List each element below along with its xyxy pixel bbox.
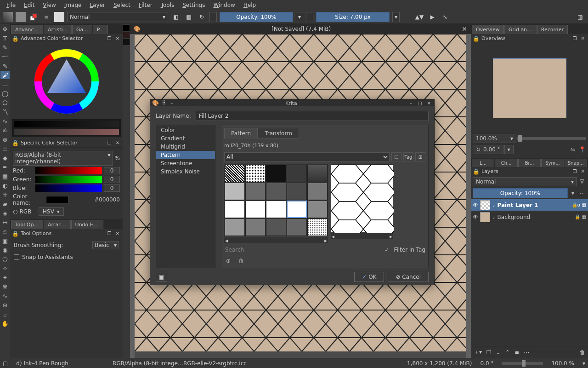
- layer-name[interactable]: Background: [498, 214, 573, 220]
- close-icon[interactable]: ✕: [114, 230, 121, 237]
- rot-reset-icon[interactable]: ▾: [504, 145, 514, 154]
- snap-checkbox[interactable]: [14, 254, 19, 260]
- import-icon[interactable]: ⊕: [224, 257, 232, 265]
- menu-view[interactable]: View: [39, 1, 59, 9]
- brush-tool-icon[interactable]: 🖌: [0, 71, 10, 79]
- mirror-v-icon[interactable]: ▶: [427, 12, 437, 22]
- pattern-thumb[interactable]: [307, 165, 328, 182]
- ref-tool-icon[interactable]: ⎌: [0, 227, 10, 236]
- layer-name-input[interactable]: [196, 111, 429, 121]
- layer-row[interactable]: 👁 ⌄ Background 🔒 ▦: [471, 211, 588, 223]
- color-profile-select[interactable]: RGB/Alpha (8-bit integer/channel)▾: [13, 151, 113, 166]
- rgb-radio[interactable]: RGB: [19, 208, 31, 215]
- max-icon[interactable]: □: [417, 101, 423, 106]
- type-gradient[interactable]: Gradient: [156, 134, 215, 143]
- wrap-icon[interactable]: ⤡: [440, 12, 450, 22]
- size-dropdown-icon[interactable]: [306, 12, 313, 22]
- menu-icon[interactable]: ⋯: [524, 349, 529, 356]
- close-icon[interactable]: ✕: [114, 140, 121, 146]
- menu-image[interactable]: Image: [61, 1, 85, 9]
- rect-select-icon[interactable]: ▣: [0, 236, 10, 245]
- rect-tool-icon[interactable]: ▭: [0, 80, 10, 88]
- filter-check[interactable]: ✓: [384, 247, 389, 253]
- grid-scrollbar[interactable]: ◂▸: [224, 237, 328, 243]
- layer-blend-select[interactable]: Normal▾: [473, 177, 577, 186]
- swatch-2[interactable]: [123, 39, 130, 45]
- multi-tool-icon[interactable]: ≡: [0, 144, 10, 153]
- filter-icon[interactable]: ∇: [578, 178, 586, 186]
- float-icon[interactable]: ❐: [106, 140, 113, 146]
- lock-icon[interactable]: 🔒: [12, 35, 19, 42]
- size-slider[interactable]: Size: 7.00 px: [316, 12, 390, 22]
- layer-opacity-slider[interactable]: Opacity: 100%: [473, 188, 568, 198]
- transform-tool-icon[interactable]: T: [0, 34, 10, 42]
- color-picker-icon[interactable]: ✛: [0, 190, 10, 199]
- mirror-view-icon[interactable]: ⇋: [569, 145, 577, 154]
- crop-tool-icon[interactable]: ✎: [0, 43, 10, 52]
- close-document-icon[interactable]: ✕: [462, 25, 467, 33]
- duplicate-layer-icon[interactable]: ❐: [486, 349, 492, 356]
- lock-icon[interactable]: 🔒: [473, 168, 480, 175]
- menu-file[interactable]: File: [3, 1, 19, 9]
- layer-name[interactable]: Paint Layer 1: [498, 202, 570, 208]
- contig-select-icon[interactable]: ✦: [0, 273, 10, 282]
- red-slider[interactable]: [35, 167, 102, 174]
- tab-palette[interactable]: P...: [93, 25, 108, 34]
- pattern-thumb[interactable]: [266, 201, 286, 218]
- pattern-thumb[interactable]: [266, 218, 286, 236]
- tag-filter-select[interactable]: All: [224, 152, 390, 161]
- cancel-button[interactable]: ⊘ Cancel: [388, 272, 429, 282]
- move-up-icon[interactable]: ⌃: [505, 349, 510, 356]
- blue-value[interactable]: 0: [104, 184, 120, 192]
- type-color[interactable]: Color: [156, 126, 215, 134]
- brush-preset-icon[interactable]: /: [54, 12, 64, 22]
- bookmark-icon[interactable]: ☐: [391, 152, 401, 161]
- swatch-black[interactable]: [123, 25, 130, 31]
- brush-settings-icon[interactable]: ≡: [41, 12, 51, 22]
- gradient-swatch-icon[interactable]: [3, 12, 13, 22]
- delete-resource-icon[interactable]: 🗑: [237, 257, 245, 265]
- color-wheel[interactable]: [10, 43, 123, 119]
- free-select-icon[interactable]: ✧: [0, 264, 10, 272]
- pattern-thumb[interactable]: [225, 218, 245, 236]
- move-tool-icon[interactable]: ✥: [0, 25, 10, 33]
- canvas-zoom[interactable]: 100.0 %: [551, 360, 574, 367]
- opts-icon[interactable]: ⋯: [578, 189, 586, 197]
- tab-advanced[interactable]: Advance...: [11, 25, 43, 34]
- lock-icon[interactable]: 🔒 ▦: [575, 214, 586, 219]
- pattern-thumb[interactable]: [245, 165, 266, 182]
- measure-tool-icon[interactable]: ↔: [0, 218, 10, 226]
- gradient-tool-icon[interactable]: ◐: [0, 181, 10, 190]
- pan-tool-icon[interactable]: ✋: [0, 319, 10, 328]
- subtab-pattern[interactable]: Pattern: [224, 128, 258, 139]
- type-simplex[interactable]: Simplex Noise: [156, 167, 215, 176]
- pattern-thumb[interactable]: [245, 218, 266, 236]
- lt-brush[interactable]: Br...: [518, 159, 541, 167]
- move-down-icon[interactable]: ⌄: [496, 349, 501, 356]
- zoom-slider-status[interactable]: [502, 362, 543, 365]
- add-layer-icon[interactable]: ＋▾: [474, 348, 482, 356]
- menu-layer[interactable]: Layer: [86, 1, 108, 9]
- tab-grid-guides[interactable]: Grid and Guides: [504, 25, 537, 34]
- mirror-h-icon[interactable]: ▲▼: [414, 12, 424, 22]
- color-preview[interactable]: [46, 196, 69, 203]
- close-icon[interactable]: ✕: [114, 35, 121, 42]
- pattern-thumb[interactable]: [245, 183, 266, 200]
- polyline-tool-icon[interactable]: 〽: [0, 108, 10, 116]
- layer-row[interactable]: 👁 ⌄ Paint Layer 1 🔒α ▦: [471, 199, 588, 211]
- freehand-path-icon[interactable]: ✍: [0, 126, 10, 134]
- menu-select[interactable]: Select: [110, 1, 134, 9]
- blend-mode-select[interactable]: Normal▾: [67, 12, 168, 22]
- search-input[interactable]: Search: [224, 246, 380, 254]
- properties-icon[interactable]: ≡: [514, 349, 519, 356]
- tab-recorder[interactable]: Recorder: [537, 25, 568, 34]
- swatch-1[interactable]: [123, 32, 130, 38]
- pattern-thumb[interactable]: [266, 183, 286, 200]
- minimize-icon[interactable]: –: [169, 101, 175, 106]
- close-icon[interactable]: ✕: [580, 35, 586, 42]
- brush-smoothing-select[interactable]: Basic▾: [92, 241, 119, 249]
- horizontal-scrollbar[interactable]: [135, 351, 466, 358]
- float-icon[interactable]: ❐: [106, 35, 113, 42]
- tab-undo-history[interactable]: Undo Hist...: [71, 220, 103, 229]
- menu-filter[interactable]: Filter: [135, 1, 156, 9]
